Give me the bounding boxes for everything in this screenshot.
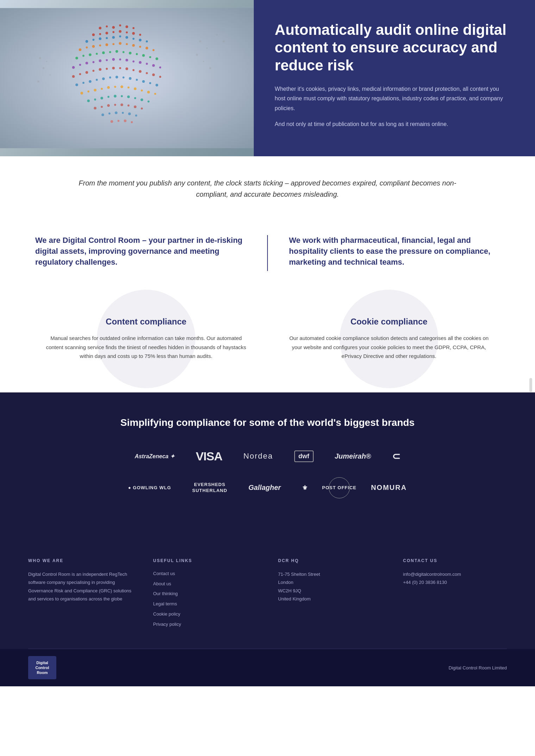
footer-bottom: DigitalControlRoom Digital Control Room …: [0, 649, 535, 687]
svg-point-77: [159, 76, 161, 78]
svg-point-33: [132, 44, 135, 47]
svg-point-57: [119, 58, 121, 61]
footer-contact-link[interactable]: Contact us: [153, 570, 257, 578]
svg-point-108: [121, 95, 123, 97]
svg-point-100: [141, 89, 143, 92]
svg-point-142: [222, 40, 225, 43]
svg-point-102: [154, 93, 156, 95]
svg-point-5: [126, 25, 128, 28]
svg-point-16: [93, 39, 95, 41]
svg-point-42: [109, 51, 111, 53]
svg-point-125: [128, 113, 131, 115]
svg-point-124: [122, 112, 124, 114]
svg-point-39: [89, 53, 92, 56]
svg-point-129: [124, 120, 127, 122]
content-compliance-body: Manual searches for outdated online info…: [42, 334, 250, 361]
svg-point-131: [39, 57, 41, 59]
footer-legal-link[interactable]: Legal terms: [153, 600, 257, 608]
svg-point-63: [159, 67, 161, 69]
footer-company-name: Digital Control Room Limited: [449, 665, 507, 670]
svg-point-107: [114, 95, 117, 97]
svg-point-87: [136, 79, 138, 81]
svg-point-104: [94, 99, 96, 101]
hero-image: [0, 0, 254, 156]
clients-section: Simplifying compliance for some of the w…: [0, 392, 535, 537]
svg-point-65: [79, 73, 81, 75]
svg-point-50: [72, 66, 75, 69]
content-compliance-title: Content compliance: [42, 317, 250, 327]
dwf-logo: dwf: [294, 451, 314, 462]
value-prop-right: We work with pharmaceutical, financial, …: [268, 235, 500, 271]
svg-point-45: [129, 52, 132, 55]
svg-point-81: [96, 79, 98, 81]
svg-point-1: [99, 27, 102, 30]
svg-point-138: [196, 54, 198, 56]
footer-address: 71-75 Shelton StreetLondonWC2H 9JQUnited…: [278, 570, 382, 603]
svg-point-89: [149, 82, 151, 84]
svg-point-113: [94, 107, 96, 110]
svg-point-134: [49, 74, 51, 76]
svg-point-95: [107, 86, 110, 89]
footer: WHO WE ARE Digital Control Room is an in…: [0, 537, 535, 687]
svg-point-35: [145, 47, 148, 50]
footer-cookie-link[interactable]: Cookie policy: [153, 611, 257, 618]
svg-point-40: [96, 53, 98, 55]
svg-point-73: [132, 69, 134, 71]
svg-point-141: [216, 34, 218, 36]
svg-point-68: [99, 68, 102, 71]
svg-point-115: [107, 104, 110, 107]
svg-point-85: [122, 76, 125, 78]
footer-dcr-hq: DCR HQ 71-75 Shelton StreetLondonWC2H 9J…: [278, 558, 382, 631]
clients-row-1: AstraZeneca ✦ VISA Nordea dwf Jumeirah® …: [28, 449, 507, 463]
cookie-compliance-title: Cookie compliance: [285, 317, 493, 327]
footer-col1-heading: WHO WE ARE: [28, 558, 132, 563]
footer-col2-heading: USEFUL LINKS: [153, 558, 257, 563]
clients-row-2: ● GOWLING WLG EVERSHEDSSUTHERLAND Gallag…: [28, 477, 507, 498]
footer-privacy-link[interactable]: Privacy policy: [153, 621, 257, 628]
svg-point-110: [134, 97, 136, 99]
value-props-section: We are Digital Control Room – your partn…: [0, 221, 535, 285]
hero-title: Automatically audit online digital conte…: [275, 21, 510, 74]
svg-point-60: [139, 61, 141, 64]
svg-point-86: [129, 77, 132, 80]
svg-point-119: [134, 106, 137, 108]
svg-point-66: [86, 71, 88, 74]
svg-point-120: [141, 107, 143, 109]
svg-point-22: [132, 38, 134, 40]
svg-point-126: [135, 114, 137, 116]
svg-point-24: [146, 40, 148, 43]
svg-point-11: [119, 30, 122, 33]
svg-point-29: [106, 43, 108, 46]
svg-point-6: [132, 27, 134, 29]
services-section: Content compliance Manual searches for o…: [0, 285, 535, 392]
svg-point-10: [113, 31, 115, 33]
svg-point-72: [126, 68, 128, 70]
svg-point-7: [92, 33, 95, 36]
svg-point-9: [106, 32, 108, 34]
value-prop-left: We are Digital Control Room – your partn…: [35, 235, 268, 271]
svg-point-97: [120, 86, 123, 88]
nomura-logo: NOMURA: [371, 484, 407, 492]
svg-point-109: [127, 95, 130, 98]
svg-point-30: [113, 43, 115, 45]
svg-point-15: [86, 40, 88, 43]
svg-point-8: [99, 33, 101, 35]
svg-point-31: [119, 42, 122, 45]
cookie-compliance-content: Cookie compliance Our automated cookie c…: [278, 306, 500, 371]
footer-logo: DigitalControlRoom: [28, 656, 56, 680]
svg-point-69: [106, 68, 108, 70]
crown-logo: ⚜: [302, 484, 308, 492]
footer-thinking-link[interactable]: Our thinking: [153, 590, 257, 598]
svg-point-76: [152, 74, 155, 76]
svg-point-88: [142, 80, 145, 83]
svg-point-96: [114, 86, 116, 88]
scroll-indicator[interactable]: [529, 378, 532, 392]
astrazeneca-logo: AstraZeneca ✦: [135, 453, 175, 460]
svg-point-91: [81, 92, 83, 95]
svg-point-56: [112, 58, 115, 61]
svg-point-52: [86, 62, 88, 65]
tagline-text: From the moment you publish any content,…: [70, 177, 465, 200]
footer-about-link[interactable]: About us: [153, 580, 257, 588]
post-office-logo: POST OFFICE: [329, 477, 350, 498]
svg-point-46: [136, 53, 138, 55]
